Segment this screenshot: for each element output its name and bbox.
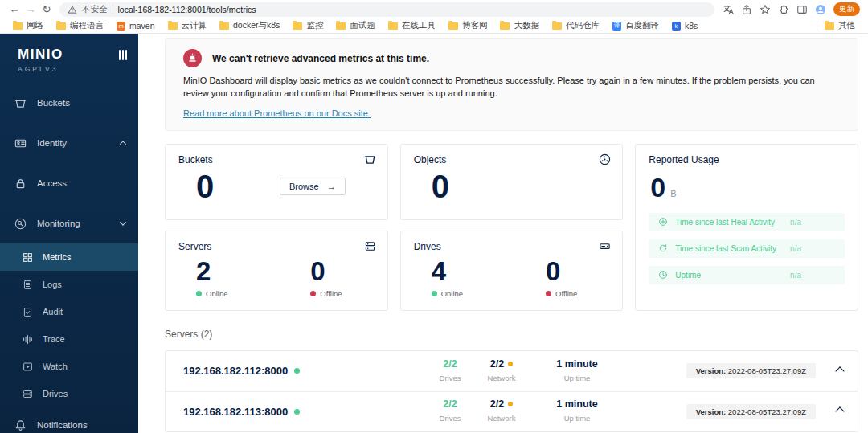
profile-avatar[interactable] (815, 4, 826, 15)
watch-play-icon (23, 362, 33, 372)
uptime-row: Uptime n/a (649, 266, 845, 284)
servers-offline-stat: 0 Offline (310, 258, 342, 298)
card-title: Reported Usage (649, 154, 845, 165)
clock-icon (658, 270, 668, 280)
sidebar-item-watch[interactable]: Watch (0, 353, 138, 380)
reload-button[interactable]: ↻ (39, 4, 55, 14)
alert-body: MinIO Dashboard will display basic metri… (183, 75, 840, 100)
side-panel-icon[interactable] (796, 4, 808, 15)
address-bar[interactable]: 不安全 local-168-182-112:8001/tools/metrics (59, 2, 714, 17)
sidebar-item-notifications[interactable]: Notifications (0, 407, 138, 433)
servers-icon (364, 240, 376, 252)
browser-toolbar: ← → ↻ 不安全 local-168-182-112:8001/tools/m… (0, 0, 868, 18)
url-text: local-168-182-112:8001/tools/metrics (118, 5, 256, 14)
sidebar-collapse-icon[interactable] (119, 50, 127, 60)
folder-icon (825, 22, 834, 30)
sidebar-item-buckets[interactable]: Buckets (0, 83, 138, 123)
bookmark-item[interactable]: 监控 (286, 20, 330, 31)
bookmarks-divider (817, 21, 817, 31)
alert-title: We can't retrieve advanced metrics at th… (212, 53, 429, 64)
bookmark-item[interactable]: 面试题 (330, 20, 382, 31)
server-uptime-stat: 1 minute Up time (538, 398, 616, 424)
servers-section-heading: Servers (2) (165, 329, 858, 340)
objects-count: 0 (432, 170, 610, 202)
monitoring-submenu: Metrics Logs Audit Trace (0, 243, 138, 407)
bookmark-item[interactable]: kk8s (665, 21, 704, 31)
other-bookmarks[interactable]: 其他 (807, 20, 862, 31)
bookmark-item[interactable]: 译百度翻译 (606, 20, 665, 31)
bookmark-item[interactable]: 代码仓库 (546, 20, 606, 31)
browse-button[interactable]: Browse → (280, 178, 346, 195)
bookmark-item[interactable]: 在线工具 (382, 20, 442, 31)
card-title: Buckets (178, 154, 375, 165)
collapse-chevron-icon[interactable] (835, 366, 844, 375)
monitoring-magnifier-icon (14, 218, 27, 230)
browser-window: ← → ↻ 不安全 local-168-182-112:8001/tools/m… (0, 0, 868, 433)
baidu-translate-favicon: 译 (612, 22, 621, 31)
card-title: Servers (178, 241, 375, 252)
drives-stack-icon (23, 389, 33, 399)
extensions-icon[interactable] (778, 4, 789, 15)
drives-online-stat: 4 Online (432, 258, 463, 298)
bookmark-item[interactable]: 博客网 (442, 20, 494, 31)
forward-button[interactable]: → (23, 4, 39, 14)
version-badge: Version: 2022-08-05T23:27:09Z (686, 404, 816, 419)
folder-icon (448, 22, 458, 30)
sidebar-item-monitoring[interactable]: Monitoring (0, 203, 138, 243)
drive-icon (599, 240, 611, 252)
folder-icon (13, 22, 23, 30)
online-dot (196, 291, 202, 296)
arrow-right-icon: → (327, 182, 336, 191)
network-status-dot (508, 362, 513, 366)
bookmark-item[interactable]: docker与k8s (213, 20, 286, 31)
sidebar-item-identity[interactable]: Identity (0, 123, 138, 163)
bookmark-item[interactable]: 网络 (6, 20, 50, 31)
sidebar-item-trace[interactable]: Trace (0, 325, 138, 353)
chevron-up-icon (120, 141, 126, 147)
bookmark-star-icon[interactable] (760, 4, 771, 15)
server-online-dot (294, 409, 300, 415)
collapse-chevron-icon[interactable] (835, 407, 844, 416)
folder-icon (552, 22, 562, 30)
sidebar-item-drives[interactable]: Drives (0, 380, 138, 407)
bookmark-item[interactable]: 大数据 (493, 20, 546, 31)
trace-waveform-icon (23, 334, 33, 345)
sidebar-item-metrics[interactable]: Metrics (0, 243, 138, 271)
translate-icon[interactable] (723, 4, 734, 15)
offline-dot (310, 291, 316, 296)
sidebar-item-audit[interactable]: Audit (0, 298, 138, 325)
security-warning-icon (68, 5, 77, 14)
prometheus-docs-link[interactable]: Read more about Prometheus on our Docs s… (183, 108, 371, 118)
prometheus-alert-banner: We can't retrieve advanced metrics at th… (165, 38, 858, 131)
minio-logo: MINIO AGPLV3 (0, 34, 138, 73)
update-button[interactable]: 更新 (833, 2, 860, 16)
bookmark-item[interactable]: mmaven (110, 21, 162, 31)
heal-activity-row: Time since last Heal Activity n/a (649, 213, 845, 231)
server-drives-stat: 2/2 Drives (424, 398, 476, 424)
folder-icon (56, 22, 66, 30)
server-uptime-stat: 1 minute Up time (538, 358, 616, 384)
share-icon[interactable] (741, 4, 752, 15)
scan-refresh-icon (658, 243, 668, 253)
back-button[interactable]: ← (6, 4, 23, 14)
drives-offline-stat: 0 Offline (546, 258, 577, 298)
server-network-stat: 2/2 Network (476, 358, 527, 384)
bookmark-item[interactable]: 云计算 (162, 20, 214, 31)
bookmark-item[interactable]: 编程语言 (50, 20, 110, 31)
metrics-cards: Buckets 0 Browse → Objects 0 (165, 144, 858, 311)
folder-icon (500, 22, 510, 30)
objects-card: Objects 0 (400, 144, 624, 220)
metrics-grid-icon (23, 252, 33, 263)
version-badge: Version: 2022-08-05T23:27:09Z (686, 363, 816, 378)
bookmarks-bar: 网络 编程语言 mmaven 云计算 docker与k8s 监控 面试题 在线工… (0, 18, 868, 34)
sidebar-item-access[interactable]: Access (0, 163, 138, 203)
heal-icon (658, 217, 668, 227)
reported-usage-card: Reported Usage 0 B Time since last Heal … (635, 144, 858, 311)
servers-card: Servers 2 Online 0 Offline (165, 231, 388, 311)
server-drives-stat: 2/2 Drives (424, 358, 476, 384)
server-online-dot (294, 368, 300, 374)
sidebar-item-logs[interactable]: Logs (0, 271, 138, 298)
buckets-card: Buckets 0 Browse → (165, 144, 388, 220)
toolbar-actions: 更新 (723, 2, 862, 16)
minio-console: MINIO AGPLV3 Buckets Identity Access (0, 34, 868, 433)
